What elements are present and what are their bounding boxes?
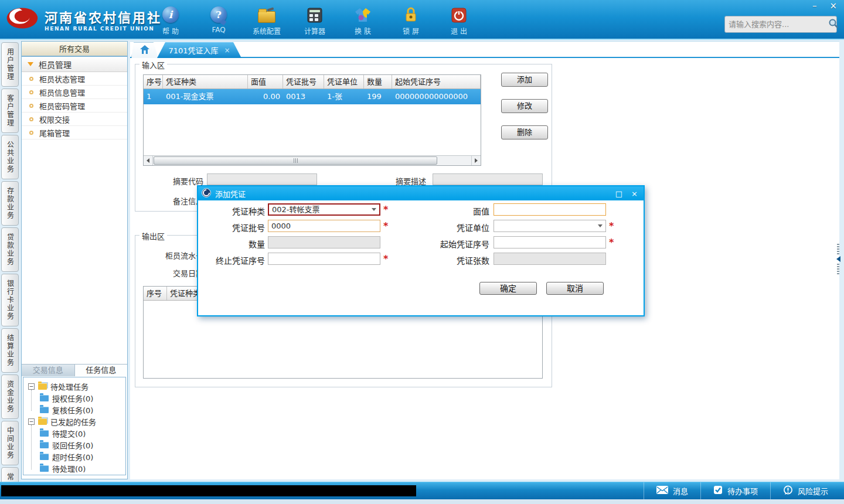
sidebar: 所有交易 柜员管理 柜员状态管理 柜员信息管理 柜员密码管理 权限交接 尾箱管理… [21, 41, 128, 479]
minimize-button[interactable]: – [812, 1, 817, 11]
table-row-selected[interactable]: 1 001-现金支票 0.00 0013 1-张 199 00000000000… [144, 89, 481, 104]
voucher-unit-label: 凭证单位 [421, 222, 489, 233]
start-serial-input[interactable] [494, 236, 606, 248]
power-icon [451, 5, 467, 23]
ok-button[interactable]: 确定 [479, 282, 537, 295]
system-config-label: 系统配置 [253, 26, 281, 36]
risk-alert-button[interactable]: 风险提示 [770, 482, 840, 499]
tab-voucher-inbound[interactable]: 7101凭证入库 × [157, 42, 241, 58]
modify-button[interactable]: 修改 [501, 99, 548, 113]
calculator-label: 计算器 [304, 26, 325, 36]
tab-task-info[interactable]: 任务信息 [75, 365, 128, 376]
change-skin-button[interactable]: 换 肤 [346, 5, 380, 36]
messages-label: 消息 [673, 485, 688, 496]
search-icon[interactable] [828, 18, 839, 30]
cancel-button[interactable]: 取消 [546, 282, 604, 295]
batch-no-input[interactable]: 0000 [268, 220, 380, 232]
tree-node-pending-tasks[interactable]: 待处理任务 [23, 380, 125, 392]
tree-node-to-submit[interactable]: 待提交(0) [23, 427, 125, 439]
tab-transaction-info[interactable]: 交易信息 [22, 365, 75, 376]
lock-screen-label: 锁 屏 [403, 26, 419, 36]
node-label: 驳回任务(0) [52, 440, 93, 451]
cell-batch-no: 0013 [283, 89, 324, 104]
voucher-type-label: 凭证种类 [203, 205, 265, 217]
collapse-minus-icon[interactable] [28, 418, 35, 425]
faq-button[interactable]: FAQ [202, 5, 236, 36]
tab-deposit-biz[interactable]: 存款业务 [1, 181, 19, 226]
dialog-titlebar[interactable]: 添加凭证 □ × [198, 186, 644, 200]
scroll-right-arrow[interactable] [471, 156, 481, 165]
col-start-serial[interactable]: 起始凭证序号 [392, 75, 481, 88]
tab-funds-biz[interactable]: 资金业务 [1, 374, 19, 419]
delete-button[interactable]: 删除 [501, 125, 548, 139]
lock-icon [404, 5, 418, 23]
tree-node-rejected-tasks[interactable]: 驳回任务(0) [23, 439, 125, 451]
sidebar-item-permission-handover[interactable]: 权限交接 [22, 113, 127, 126]
out-col-seq[interactable]: 序号 [144, 287, 167, 300]
todo-button[interactable]: 待办事项 [700, 482, 770, 499]
col-batch-no[interactable]: 凭证批号 [283, 75, 324, 88]
exit-label: 退 出 [451, 26, 467, 36]
lock-screen-button[interactable]: 锁 屏 [394, 5, 428, 36]
shirt-icon [354, 5, 372, 23]
help-button[interactable]: 帮 助 [154, 5, 188, 36]
dialog-close-icon[interactable]: × [629, 189, 640, 198]
tree-node-to-process[interactable]: 待处理(0) [23, 462, 125, 474]
sidebar-group-teller-mgmt[interactable]: 柜员管理 [22, 57, 127, 72]
col-seq[interactable]: 序号 [144, 75, 163, 88]
drag-dots-icon [837, 244, 839, 254]
folder-icon [40, 430, 49, 437]
system-config-button[interactable]: 系统配置 [250, 5, 284, 36]
tab-settlement-biz[interactable]: 结算业务 [1, 328, 19, 373]
sidebar-item-teller-status[interactable]: 柜员状态管理 [22, 72, 127, 86]
tree-node-review-tasks[interactable]: 复核任务(0) [23, 404, 125, 416]
sidebar-item-cashbox-mgmt[interactable]: 尾箱管理 [22, 126, 127, 139]
exit-button[interactable]: 退 出 [442, 5, 476, 36]
folder-icon [40, 454, 49, 460]
messages-button[interactable]: 消息 [644, 482, 700, 499]
node-label: 待处理任务 [50, 381, 89, 392]
node-label: 授权任务(0) [52, 393, 93, 404]
collapse-minus-icon[interactable] [28, 383, 35, 390]
tab-close-icon[interactable]: × [224, 46, 230, 55]
tab-intermediate-biz[interactable]: 中间业务 [1, 421, 19, 465]
col-voucher-unit[interactable]: 凭证单位 [324, 75, 364, 88]
add-button[interactable]: 添加 [501, 73, 548, 87]
node-label: 待提交(0) [52, 428, 86, 439]
tab-public-biz[interactable]: 公共业务 [1, 135, 19, 179]
sidebar-item-teller-info[interactable]: 柜员信息管理 [22, 86, 127, 99]
col-quantity[interactable]: 数量 [364, 75, 392, 88]
scroll-left-arrow[interactable] [144, 156, 153, 165]
tree-node-auth-tasks[interactable]: 授权任务(0) [23, 392, 125, 404]
end-serial-label: 终止凭证序号 [203, 254, 265, 266]
voucher-type-value: 002-转帐支票 [272, 205, 372, 214]
end-serial-input[interactable] [268, 253, 380, 265]
col-voucher-type[interactable]: 凭证种类 [163, 75, 248, 88]
face-value-input[interactable] [494, 203, 606, 216]
tab-loan-biz[interactable]: 贷款业务 [1, 227, 19, 272]
tab-home[interactable] [131, 42, 158, 58]
teller-seq-label: 柜员流水号 [153, 250, 203, 261]
scrollbar-thumb[interactable] [154, 156, 437, 165]
search-input[interactable] [729, 20, 828, 29]
tab-customer-mgmt[interactable]: 客户管理 [1, 88, 19, 133]
bullet-icon [29, 77, 33, 81]
faq-label: FAQ [212, 26, 225, 34]
dialog-maximize-icon[interactable]: □ [613, 189, 625, 198]
horizontal-scrollbar[interactable] [144, 155, 481, 165]
panel-collapse-handle[interactable] [835, 244, 842, 278]
close-button[interactable]: × [829, 1, 837, 11]
tab-bankcard-biz[interactable]: 银行卡业务 [1, 274, 19, 326]
voucher-unit-select[interactable] [494, 220, 606, 232]
dropdown-caret-icon [598, 224, 603, 227]
col-face-value[interactable]: 面值 [248, 75, 283, 88]
cell-voucher-unit: 1-张 [324, 89, 364, 104]
tab-user-mgmt[interactable]: 用户管理 [1, 42, 19, 87]
sidebar-item-teller-password[interactable]: 柜员密码管理 [22, 99, 127, 113]
tree-node-initiated-tasks[interactable]: 已发起的任务 [23, 416, 125, 427]
tree-node-timeout-tasks[interactable]: 超时任务(0) [23, 451, 125, 462]
node-label: 复核任务(0) [52, 404, 93, 416]
required-asterisk: * [383, 253, 388, 264]
calculator-button[interactable]: 计算器 [298, 5, 332, 36]
voucher-type-select[interactable]: 002-转帐支票 [268, 203, 380, 216]
